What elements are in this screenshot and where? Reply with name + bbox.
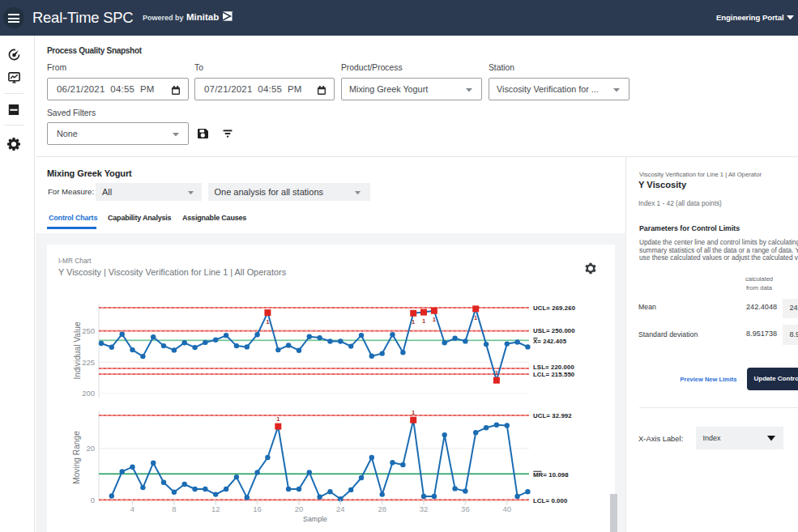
- svg-text:1: 1: [266, 318, 269, 326]
- svg-text:200: 200: [82, 389, 95, 398]
- svg-text:12: 12: [211, 504, 220, 513]
- svg-text:20: 20: [295, 504, 304, 513]
- svg-text:28: 28: [378, 504, 386, 513]
- svg-text:1: 1: [495, 369, 498, 377]
- svg-text:Sample: Sample: [303, 515, 327, 523]
- svg-text:1: 1: [412, 318, 415, 326]
- svg-text:4: 4: [130, 504, 134, 513]
- svg-text:MR= 10.098: MR= 10.098: [533, 471, 569, 479]
- svg-text:40: 40: [503, 504, 512, 513]
- svg-text:X= 242.405: X= 242.405: [533, 338, 567, 345]
- svg-text:1: 1: [474, 314, 477, 321]
- svg-text:250: 250: [82, 326, 95, 335]
- svg-text:1: 1: [422, 317, 425, 325]
- svg-text:UCL= 269.260: UCL= 269.260: [533, 304, 576, 312]
- svg-text:20: 20: [86, 444, 95, 453]
- svg-text:24: 24: [336, 504, 345, 513]
- svg-text:USL= 250.000: USL= 250.000: [533, 327, 575, 334]
- svg-text:8: 8: [172, 504, 176, 513]
- svg-text:1: 1: [412, 409, 415, 416]
- svg-text:32: 32: [420, 504, 429, 513]
- svg-text:Individual Value: Individual Value: [73, 321, 82, 380]
- svg-text:LCL= 0.000: LCL= 0.000: [533, 497, 568, 504]
- svg-text:Moving Range: Moving Range: [72, 431, 81, 484]
- svg-text:LCL= 215.550: LCL= 215.550: [533, 371, 575, 378]
- svg-text:UCL= 32.992: UCL= 32.992: [533, 412, 572, 419]
- svg-text:1: 1: [433, 316, 436, 323]
- svg-text:16: 16: [253, 504, 262, 513]
- svg-text:0: 0: [91, 496, 95, 504]
- svg-text:225: 225: [82, 358, 95, 367]
- svg-text:36: 36: [461, 504, 470, 513]
- svg-text:1: 1: [276, 415, 280, 423]
